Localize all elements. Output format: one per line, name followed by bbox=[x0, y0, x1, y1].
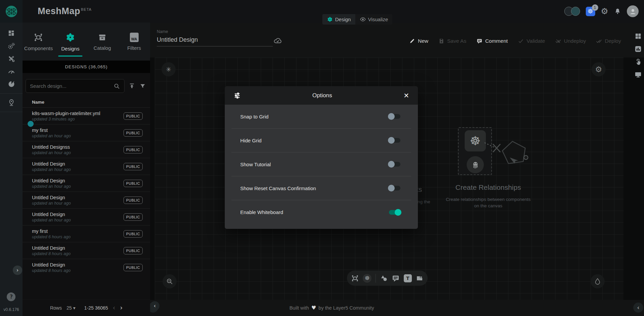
comment-button[interactable]: Comment bbox=[476, 38, 508, 44]
collaborator-avatar-peek bbox=[28, 121, 34, 127]
top-header: MeshMapBETA Design Visualize ☸ 1 ⚙ bbox=[0, 0, 644, 23]
layer5-logo[interactable] bbox=[0, 0, 23, 23]
design-row[interactable]: Untitled Design updated 8 hours ago PUBL… bbox=[23, 242, 150, 259]
chevron-left-icon: ‹ bbox=[637, 305, 640, 311]
filter-funnel-icon[interactable] bbox=[139, 83, 146, 90]
dock-components-icon[interactable] bbox=[351, 274, 359, 282]
zoom-out-button[interactable] bbox=[163, 274, 177, 288]
collaborator-avatars[interactable] bbox=[564, 7, 580, 16]
upload-design-icon[interactable] bbox=[129, 83, 135, 90]
visibility-badge: PUBLIC bbox=[123, 213, 143, 221]
visualize-mode-button[interactable]: Visualize bbox=[355, 14, 393, 25]
visibility-badge: PUBLIC bbox=[123, 197, 143, 204]
help-button[interactable]: ? bbox=[7, 292, 15, 301]
chevron-right-icon: › bbox=[16, 268, 19, 273]
version-label: v0.6.176 bbox=[3, 307, 19, 312]
new-button[interactable]: New bbox=[409, 38, 428, 44]
design-name: Untitled Design bbox=[32, 245, 71, 251]
save-as-button[interactable]: Save As bbox=[438, 38, 466, 44]
hide-grid-toggle[interactable] bbox=[389, 138, 400, 143]
panel-display-monitor-icon[interactable] bbox=[634, 71, 642, 78]
search-input[interactable] bbox=[30, 83, 111, 89]
collapse-right-panel-button[interactable]: ‹ bbox=[633, 303, 643, 313]
design-row[interactable]: Untitled Design updated 8 hours ago PUBL… bbox=[23, 259, 150, 276]
notifications-bell-icon[interactable] bbox=[614, 8, 621, 15]
option-label: Snap to Grid bbox=[240, 114, 269, 119]
option-row-hide-grid: Hide Grid bbox=[231, 129, 411, 152]
rows-per-page-select[interactable]: 25 ▾ bbox=[67, 305, 76, 311]
show-tutorial-toggle[interactable] bbox=[389, 162, 400, 167]
dock-text-tool-icon[interactable]: T bbox=[404, 274, 412, 282]
show-reset-canvas-confirmation-toggle[interactable] bbox=[389, 186, 400, 190]
dock-comment-icon[interactable] bbox=[392, 274, 400, 282]
nav-meshmap-pin-icon[interactable] bbox=[0, 96, 23, 109]
dock-shapes-icon[interactable] bbox=[380, 274, 388, 282]
asterisk-layout-icon: ✳ bbox=[166, 66, 171, 73]
deploy-label: Deploy bbox=[605, 38, 621, 44]
design-row[interactable]: Untitled Designss updated an hour ago PU… bbox=[23, 141, 150, 158]
kubernetes-context-button[interactable]: ☸ 1 bbox=[586, 7, 595, 16]
components-circuit-icon bbox=[33, 32, 43, 42]
panel-apps-grid-icon[interactable] bbox=[634, 32, 642, 40]
design-row[interactable]: Untitled Design updated an hour ago PUBL… bbox=[23, 158, 150, 175]
option-row-show-tutorial: Show Tutorial bbox=[231, 152, 411, 176]
deploy-button[interactable]: Deploy bbox=[596, 38, 621, 44]
nav-dashboard-icon[interactable] bbox=[0, 27, 23, 39]
design-row[interactable]: Untitled Design updated an hour ago PUBL… bbox=[23, 208, 150, 225]
user-profile-avatar[interactable] bbox=[627, 5, 639, 17]
design-row[interactable]: Untitled Design updated an hour ago PUBL… bbox=[23, 191, 150, 208]
droplet-icon bbox=[594, 278, 601, 285]
design-name-input[interactable] bbox=[157, 34, 273, 46]
kubernetes-context-count-badge: 1 bbox=[592, 4, 598, 11]
design-updated: updated an hour ago bbox=[32, 184, 71, 189]
option-label: Show Reset Canvas Confirmation bbox=[240, 185, 316, 191]
search-icon[interactable] bbox=[113, 83, 120, 90]
design-row[interactable]: Untitled Design updated an hour ago PUBL… bbox=[23, 175, 150, 191]
meshmap-app: MeshMapBETA Design Visualize ☸ 1 ⚙ bbox=[0, 0, 644, 316]
nav-lifecycle-gears-icon[interactable] bbox=[0, 39, 23, 52]
settings-gear-icon[interactable]: ⚙ bbox=[601, 7, 608, 15]
tab-components[interactable]: Components bbox=[23, 23, 55, 61]
enable-whiteboard-toggle[interactable] bbox=[389, 210, 400, 215]
validate-button[interactable]: Validate bbox=[518, 38, 545, 44]
panel-dashboard-chart-icon[interactable] bbox=[634, 45, 642, 53]
design-row[interactable]: k8s-wasm-plugin-ratelimiter.yml updated … bbox=[23, 107, 150, 124]
prev-page-button[interactable]: ‹ bbox=[113, 305, 115, 311]
sidebar-hide-button[interactable]: ‹ bbox=[150, 301, 159, 311]
design-row[interactable]: my first updated an hour ago PUBLIC bbox=[23, 124, 150, 141]
tab-components-label: Components bbox=[24, 45, 53, 51]
tab-catalog-label: Catalog bbox=[94, 45, 111, 51]
nav-configuration-tools-icon[interactable] bbox=[0, 52, 23, 65]
close-modal-button[interactable]: ✕ bbox=[403, 92, 409, 99]
hidden-hint-body-fragment: ng the bbox=[418, 199, 430, 204]
wasm-filters-icon: WA bbox=[130, 33, 139, 42]
dock-kubernetes-icon[interactable]: ☸ bbox=[363, 274, 371, 283]
next-page-button[interactable]: › bbox=[120, 305, 123, 311]
designs-swirl-icon bbox=[65, 32, 76, 43]
canvas-settings-button[interactable]: ⚙ bbox=[592, 62, 606, 76]
tab-filters[interactable]: WA Filters bbox=[118, 23, 150, 61]
whiteboard-drop-button[interactable] bbox=[591, 274, 605, 288]
footer-suffix: by the Layer5 Community bbox=[319, 305, 374, 311]
catalog-archive-icon bbox=[98, 33, 107, 42]
options-modal-body: Snap to Grid Hide Grid Show Tutorial Sho… bbox=[225, 105, 418, 229]
nav-performance-speedometer-icon[interactable] bbox=[0, 65, 23, 78]
design-mode-button[interactable]: Design bbox=[322, 14, 355, 25]
undeploy-button[interactable]: Undeploy bbox=[555, 38, 586, 44]
tune-sliders-icon bbox=[234, 92, 241, 99]
pagination-bar: Rows 25 ▾ 1-25 36065 ‹ › bbox=[23, 299, 150, 316]
design-row[interactable]: my first updated 6 hours ago PUBLIC bbox=[23, 225, 150, 242]
snap-to-grid-toggle[interactable] bbox=[389, 114, 400, 119]
visualize-mode-label: Visualize bbox=[368, 16, 388, 22]
canvas-tool-dock: ☸ T bbox=[347, 271, 428, 286]
rail-expand-button[interactable]: › bbox=[13, 266, 22, 275]
tab-designs[interactable]: Designs bbox=[55, 23, 86, 61]
design-mode-label: Design bbox=[335, 16, 351, 22]
panel-interaction-touch-icon[interactable] bbox=[634, 58, 642, 66]
design-name: k8s-wasm-plugin-ratelimiter.yml bbox=[32, 111, 100, 116]
canvas-layout-button[interactable]: ✳ bbox=[162, 62, 176, 76]
nav-extensions-pie-icon[interactable] bbox=[0, 78, 23, 91]
tab-catalog[interactable]: Catalog bbox=[86, 23, 118, 61]
collaborator-avatar-2[interactable] bbox=[571, 7, 580, 16]
dock-media-icon[interactable] bbox=[416, 274, 424, 282]
